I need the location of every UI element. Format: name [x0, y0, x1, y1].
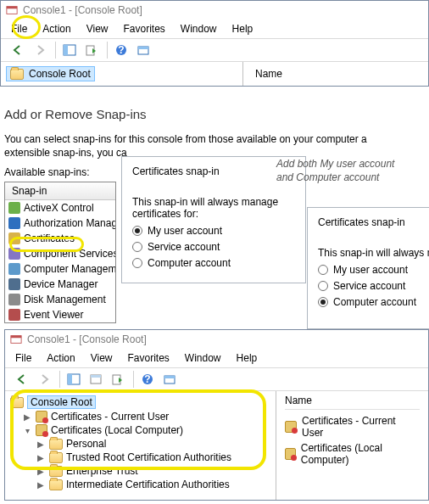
tree-enterprise-trust[interactable]: ▶Enterprise Trust: [10, 464, 270, 478]
tree-label: Trusted Root Certification Authorities: [66, 451, 231, 463]
nav-forward-button[interactable]: [30, 41, 50, 59]
snapin-label: Component Services: [24, 248, 115, 260]
nav-forward-button[interactable]: [34, 370, 54, 389]
radio-icon: [318, 281, 328, 291]
tree-pane[interactable]: Console Root: [1, 62, 243, 86]
tree-intermediate-ca[interactable]: ▶Intermediate Certification Authorities: [10, 478, 270, 491]
cert-panel-prompt: This snap-in will always manage certific…: [132, 196, 295, 220]
menu-help[interactable]: Help: [232, 23, 254, 35]
menu-favorites[interactable]: Favorites: [124, 23, 165, 35]
radio-service-account[interactable]: Service account: [318, 280, 429, 292]
tree-cert-local-computer[interactable]: ▾ Certificates (Local Computer): [10, 423, 270, 437]
expand-icon[interactable]: ▶: [36, 440, 46, 449]
snapin-activex[interactable]: ActiveX Control: [5, 200, 115, 216]
toolbar: ?: [5, 367, 428, 391]
snapin-label: Event Viewer: [24, 309, 83, 321]
snapin-component-services[interactable]: Component Services: [5, 246, 115, 261]
menu-action[interactable]: Action: [42, 23, 70, 35]
snapin-computer-management[interactable]: Computer Managem: [5, 261, 115, 277]
radio-icon: [318, 297, 328, 307]
menu-window[interactable]: Window: [181, 23, 217, 35]
help-button[interactable]: ?: [137, 370, 158, 389]
separator: [133, 371, 134, 388]
certificate-icon: [285, 448, 296, 460]
menu-view[interactable]: View: [91, 352, 113, 364]
snapin-column-header: Snap-in: [5, 182, 115, 200]
certificate-icon: [36, 424, 47, 436]
menu-file[interactable]: File: [11, 23, 27, 35]
show-hide-tree-button[interactable]: [64, 370, 84, 389]
menu-favorites[interactable]: Favorites: [128, 352, 170, 364]
radio-user-account[interactable]: My user account: [318, 264, 429, 276]
dialog-text-1: You can select snap-ins for this console…: [4, 133, 367, 145]
collapse-icon[interactable]: ▾: [22, 426, 32, 435]
expand-icon[interactable]: ▶: [36, 467, 46, 476]
list-item-cert-computer[interactable]: Certificates (Local Computer): [285, 440, 420, 468]
tree-cert-current-user[interactable]: ▶ Certificates - Current User: [10, 410, 270, 423]
list-pane[interactable]: Name Certificates - Current User Certifi…: [276, 391, 428, 500]
menu-action[interactable]: Action: [47, 352, 75, 364]
device-manager-icon: [8, 278, 20, 290]
annotation: Add both My user account and Computer ac…: [276, 157, 394, 184]
expand-icon[interactable]: ▶: [22, 412, 32, 422]
authorization-icon: [8, 217, 20, 229]
event-viewer-icon: [8, 309, 20, 321]
console-root-node[interactable]: Console Root: [6, 66, 95, 81]
svg-rect-19: [164, 376, 175, 378]
folder-icon: [49, 439, 63, 450]
tree-label: Console Root: [27, 395, 96, 409]
window-title: Console1 - [Console Root]: [27, 333, 147, 345]
menu-file[interactable]: File: [15, 352, 31, 364]
nav-back-button[interactable]: [12, 370, 32, 389]
export-list-button[interactable]: [81, 41, 102, 59]
certificates-icon: [8, 232, 20, 244]
menu-view[interactable]: View: [86, 23, 109, 35]
snapin-device-manager[interactable]: Device Manager: [5, 277, 115, 292]
menu-help[interactable]: Help: [237, 352, 258, 364]
certificate-icon: [36, 411, 47, 423]
tree-label: Personal: [66, 438, 106, 450]
nav-back-button[interactable]: [8, 41, 28, 59]
svg-rect-12: [68, 374, 72, 384]
list-item-cert-user[interactable]: Certificates - Current User: [285, 413, 420, 440]
menu-window[interactable]: Window: [185, 352, 221, 364]
menubar: File Action View Favorites Window Help: [1, 20, 428, 38]
expand-icon[interactable]: ▶: [36, 480, 46, 490]
new-window-button[interactable]: [133, 41, 153, 59]
expand-icon[interactable]: ▶: [36, 453, 46, 462]
new-window-button[interactable]: [159, 370, 180, 389]
snapin-event-viewer[interactable]: Event Viewer: [5, 307, 115, 322]
titlebar: Console1 - [Console Root]: [1, 1, 428, 20]
radio-service-account[interactable]: Service account: [132, 241, 295, 253]
radio-computer-account[interactable]: Computer account: [132, 257, 295, 269]
snapin-label: Computer Managem: [24, 263, 115, 275]
tree-trusted-root-ca[interactable]: ▶Trusted Root Certification Authorities: [10, 451, 270, 464]
snapin-label: ActiveX Control: [24, 202, 94, 214]
tree-personal[interactable]: ▶Personal: [10, 437, 270, 451]
snapin-label: Authorization Manage: [24, 217, 115, 229]
cert-snapin-panel-computer: Certificates snap-in This snap-in will a…: [307, 207, 429, 329]
help-button[interactable]: ?: [111, 41, 131, 59]
radio-computer-account[interactable]: Computer account: [318, 296, 429, 308]
radio-user-account[interactable]: My user account: [132, 225, 295, 237]
svg-rect-8: [138, 47, 148, 49]
available-snapins-list[interactable]: Snap-in ActiveX Control Authorization Ma…: [4, 182, 116, 323]
snapin-authorization[interactable]: Authorization Manage: [5, 216, 115, 231]
certificate-icon: [285, 421, 297, 433]
svg-rect-3: [64, 45, 68, 55]
tree-console-root[interactable]: Console Root: [10, 395, 270, 410]
list-column-header: Name: [285, 395, 420, 410]
tree-label: Certificates - Current User: [51, 411, 169, 423]
column-name: Name: [285, 395, 312, 406]
toolbar: ?: [1, 38, 428, 62]
tree-pane[interactable]: Console Root ▶ Certificates - Current Us…: [5, 391, 276, 500]
separator: [107, 42, 108, 59]
show-hide-tree-button[interactable]: [59, 41, 80, 59]
console-root-label: Console Root: [29, 68, 91, 80]
properties-button[interactable]: [86, 370, 106, 389]
export-list-button[interactable]: [108, 370, 128, 389]
radio-icon: [132, 226, 142, 236]
snapin-disk-management[interactable]: Disk Management: [5, 292, 115, 307]
snapin-certificates[interactable]: Certificates: [5, 231, 115, 246]
tree-label: Enterprise Trust: [66, 465, 138, 477]
